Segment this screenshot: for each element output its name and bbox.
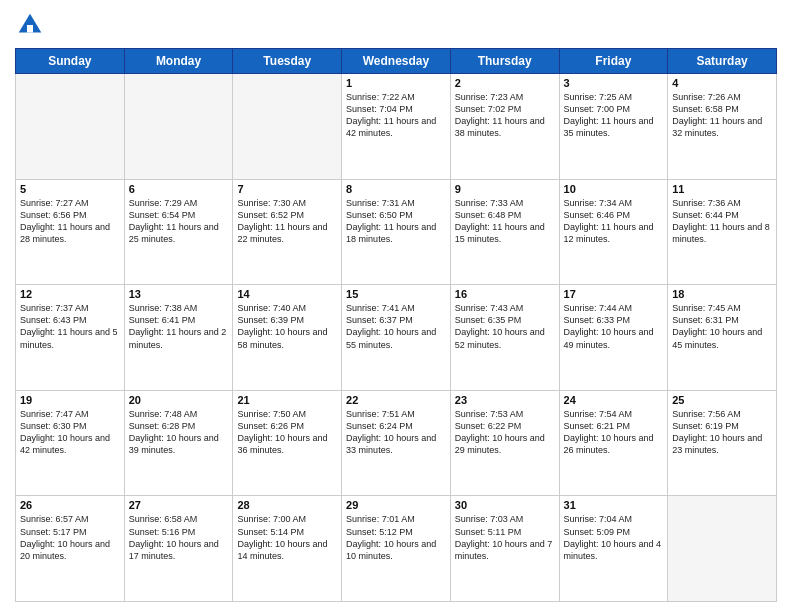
cell-info: Sunrise: 7:04 AM Sunset: 5:09 PM Dayligh… — [564, 513, 664, 562]
calendar-cell: 20Sunrise: 7:48 AM Sunset: 6:28 PM Dayli… — [124, 390, 233, 496]
day-number: 7 — [237, 183, 337, 195]
day-number: 5 — [20, 183, 120, 195]
cell-info: Sunrise: 7:45 AM Sunset: 6:31 PM Dayligh… — [672, 302, 772, 351]
cell-info: Sunrise: 7:26 AM Sunset: 6:58 PM Dayligh… — [672, 91, 772, 140]
day-number: 9 — [455, 183, 555, 195]
cell-info: Sunrise: 7:25 AM Sunset: 7:00 PM Dayligh… — [564, 91, 664, 140]
calendar-cell — [124, 74, 233, 180]
day-number: 29 — [346, 499, 446, 511]
header — [15, 10, 777, 40]
cell-info: Sunrise: 7:36 AM Sunset: 6:44 PM Dayligh… — [672, 197, 772, 246]
cell-info: Sunrise: 7:56 AM Sunset: 6:19 PM Dayligh… — [672, 408, 772, 457]
calendar-cell: 8Sunrise: 7:31 AM Sunset: 6:50 PM Daylig… — [342, 179, 451, 285]
day-number: 10 — [564, 183, 664, 195]
day-header-friday: Friday — [559, 49, 668, 74]
calendar-cell: 7Sunrise: 7:30 AM Sunset: 6:52 PM Daylig… — [233, 179, 342, 285]
calendar-cell: 28Sunrise: 7:00 AM Sunset: 5:14 PM Dayli… — [233, 496, 342, 602]
cell-info: Sunrise: 7:48 AM Sunset: 6:28 PM Dayligh… — [129, 408, 229, 457]
day-number: 13 — [129, 288, 229, 300]
day-number: 27 — [129, 499, 229, 511]
logo — [15, 10, 49, 40]
calendar-cell: 21Sunrise: 7:50 AM Sunset: 6:26 PM Dayli… — [233, 390, 342, 496]
calendar-cell: 16Sunrise: 7:43 AM Sunset: 6:35 PM Dayli… — [450, 285, 559, 391]
calendar-cell: 9Sunrise: 7:33 AM Sunset: 6:48 PM Daylig… — [450, 179, 559, 285]
day-number: 6 — [129, 183, 229, 195]
calendar-cell: 13Sunrise: 7:38 AM Sunset: 6:41 PM Dayli… — [124, 285, 233, 391]
day-header-sunday: Sunday — [16, 49, 125, 74]
day-number: 30 — [455, 499, 555, 511]
day-number: 14 — [237, 288, 337, 300]
calendar-cell: 3Sunrise: 7:25 AM Sunset: 7:00 PM Daylig… — [559, 74, 668, 180]
calendar-week-5: 26Sunrise: 6:57 AM Sunset: 5:17 PM Dayli… — [16, 496, 777, 602]
day-header-wednesday: Wednesday — [342, 49, 451, 74]
day-number: 12 — [20, 288, 120, 300]
calendar-cell: 10Sunrise: 7:34 AM Sunset: 6:46 PM Dayli… — [559, 179, 668, 285]
cell-info: Sunrise: 7:40 AM Sunset: 6:39 PM Dayligh… — [237, 302, 337, 351]
day-number: 21 — [237, 394, 337, 406]
cell-info: Sunrise: 7:51 AM Sunset: 6:24 PM Dayligh… — [346, 408, 446, 457]
day-number: 16 — [455, 288, 555, 300]
calendar-header-row: SundayMondayTuesdayWednesdayThursdayFrid… — [16, 49, 777, 74]
calendar-cell: 14Sunrise: 7:40 AM Sunset: 6:39 PM Dayli… — [233, 285, 342, 391]
cell-info: Sunrise: 7:31 AM Sunset: 6:50 PM Dayligh… — [346, 197, 446, 246]
logo-icon — [15, 10, 45, 40]
cell-info: Sunrise: 7:38 AM Sunset: 6:41 PM Dayligh… — [129, 302, 229, 351]
calendar-cell: 25Sunrise: 7:56 AM Sunset: 6:19 PM Dayli… — [668, 390, 777, 496]
calendar-week-4: 19Sunrise: 7:47 AM Sunset: 6:30 PM Dayli… — [16, 390, 777, 496]
day-number: 24 — [564, 394, 664, 406]
calendar-cell: 23Sunrise: 7:53 AM Sunset: 6:22 PM Dayli… — [450, 390, 559, 496]
calendar-cell: 22Sunrise: 7:51 AM Sunset: 6:24 PM Dayli… — [342, 390, 451, 496]
calendar-cell: 27Sunrise: 6:58 AM Sunset: 5:16 PM Dayli… — [124, 496, 233, 602]
day-number: 11 — [672, 183, 772, 195]
day-number: 3 — [564, 77, 664, 89]
day-number: 8 — [346, 183, 446, 195]
cell-info: Sunrise: 7:50 AM Sunset: 6:26 PM Dayligh… — [237, 408, 337, 457]
calendar-cell: 19Sunrise: 7:47 AM Sunset: 6:30 PM Dayli… — [16, 390, 125, 496]
calendar-cell: 24Sunrise: 7:54 AM Sunset: 6:21 PM Dayli… — [559, 390, 668, 496]
calendar-week-3: 12Sunrise: 7:37 AM Sunset: 6:43 PM Dayli… — [16, 285, 777, 391]
calendar-cell: 12Sunrise: 7:37 AM Sunset: 6:43 PM Dayli… — [16, 285, 125, 391]
cell-info: Sunrise: 7:30 AM Sunset: 6:52 PM Dayligh… — [237, 197, 337, 246]
cell-info: Sunrise: 7:33 AM Sunset: 6:48 PM Dayligh… — [455, 197, 555, 246]
day-number: 23 — [455, 394, 555, 406]
cell-info: Sunrise: 7:37 AM Sunset: 6:43 PM Dayligh… — [20, 302, 120, 351]
cell-info: Sunrise: 7:34 AM Sunset: 6:46 PM Dayligh… — [564, 197, 664, 246]
cell-info: Sunrise: 7:47 AM Sunset: 6:30 PM Dayligh… — [20, 408, 120, 457]
cell-info: Sunrise: 7:41 AM Sunset: 6:37 PM Dayligh… — [346, 302, 446, 351]
cell-info: Sunrise: 7:23 AM Sunset: 7:02 PM Dayligh… — [455, 91, 555, 140]
day-number: 2 — [455, 77, 555, 89]
day-number: 18 — [672, 288, 772, 300]
calendar-cell: 26Sunrise: 6:57 AM Sunset: 5:17 PM Dayli… — [16, 496, 125, 602]
day-number: 31 — [564, 499, 664, 511]
calendar-cell: 5Sunrise: 7:27 AM Sunset: 6:56 PM Daylig… — [16, 179, 125, 285]
calendar-cell: 18Sunrise: 7:45 AM Sunset: 6:31 PM Dayli… — [668, 285, 777, 391]
day-number: 15 — [346, 288, 446, 300]
calendar-cell: 29Sunrise: 7:01 AM Sunset: 5:12 PM Dayli… — [342, 496, 451, 602]
calendar-cell — [16, 74, 125, 180]
day-header-thursday: Thursday — [450, 49, 559, 74]
cell-info: Sunrise: 7:01 AM Sunset: 5:12 PM Dayligh… — [346, 513, 446, 562]
calendar-cell: 1Sunrise: 7:22 AM Sunset: 7:04 PM Daylig… — [342, 74, 451, 180]
cell-info: Sunrise: 7:03 AM Sunset: 5:11 PM Dayligh… — [455, 513, 555, 562]
day-header-saturday: Saturday — [668, 49, 777, 74]
day-header-monday: Monday — [124, 49, 233, 74]
calendar-cell: 15Sunrise: 7:41 AM Sunset: 6:37 PM Dayli… — [342, 285, 451, 391]
calendar-cell: 6Sunrise: 7:29 AM Sunset: 6:54 PM Daylig… — [124, 179, 233, 285]
cell-info: Sunrise: 7:54 AM Sunset: 6:21 PM Dayligh… — [564, 408, 664, 457]
day-number: 17 — [564, 288, 664, 300]
day-header-tuesday: Tuesday — [233, 49, 342, 74]
cell-info: Sunrise: 7:43 AM Sunset: 6:35 PM Dayligh… — [455, 302, 555, 351]
cell-info: Sunrise: 7:44 AM Sunset: 6:33 PM Dayligh… — [564, 302, 664, 351]
calendar-cell — [668, 496, 777, 602]
calendar-table: SundayMondayTuesdayWednesdayThursdayFrid… — [15, 48, 777, 602]
calendar-week-1: 1Sunrise: 7:22 AM Sunset: 7:04 PM Daylig… — [16, 74, 777, 180]
calendar-cell: 11Sunrise: 7:36 AM Sunset: 6:44 PM Dayli… — [668, 179, 777, 285]
day-number: 4 — [672, 77, 772, 89]
day-number: 19 — [20, 394, 120, 406]
day-number: 20 — [129, 394, 229, 406]
page: SundayMondayTuesdayWednesdayThursdayFrid… — [0, 0, 792, 612]
calendar-cell: 2Sunrise: 7:23 AM Sunset: 7:02 PM Daylig… — [450, 74, 559, 180]
calendar-week-2: 5Sunrise: 7:27 AM Sunset: 6:56 PM Daylig… — [16, 179, 777, 285]
cell-info: Sunrise: 6:58 AM Sunset: 5:16 PM Dayligh… — [129, 513, 229, 562]
calendar-cell — [233, 74, 342, 180]
